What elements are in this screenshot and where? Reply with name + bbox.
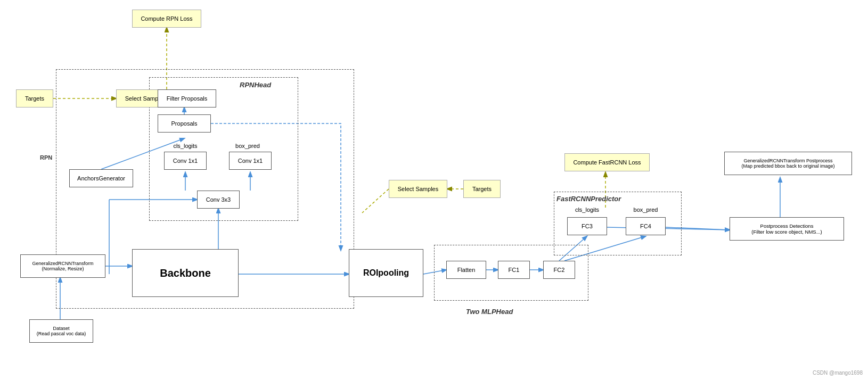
generalizedrcnn-postprocess-box: GeneralizedRCNNTransform Postprocess(Map…	[724, 152, 852, 175]
fc3-box: FC3	[567, 217, 607, 235]
compute-fastrcnn-loss-box: Compute FastRCNN Loss	[564, 153, 650, 171]
backbone-label: Backbone	[160, 267, 211, 279]
watermark: CSDN @mango1698	[813, 370, 863, 376]
diagram-container: RPN RPNHead FastRCNNPredictor Two MLPHea…	[0, 0, 868, 380]
rpnhead-label: RPNHead	[240, 81, 271, 89]
conv1x1-left-box: Conv 1x1	[164, 152, 207, 170]
select-samples-right-box: Select Samples	[389, 180, 447, 198]
targets-right-box: Targets	[463, 180, 501, 198]
cls-logits-right-label: cls_logits	[567, 206, 607, 213]
postprocess-detections-label: Postprocess Detections(Filter low score …	[751, 223, 822, 235]
dataset-box: Dataset(Read pascal voc data)	[29, 319, 93, 343]
postprocess-detections-box: Postprocess Detections(Filter low score …	[730, 217, 844, 241]
targets-left-box: Targets	[16, 89, 53, 108]
select-samples-right-label: Select Samples	[398, 186, 438, 192]
box-pred-left-label: box_pred	[229, 143, 266, 149]
svg-line-19	[362, 189, 389, 213]
generalizedrcnn-transform-label: GeneralizedRCNNTransform(Normalize, Resi…	[32, 261, 93, 271]
proposals-box: Proposals	[158, 114, 211, 133]
anchors-generator-box: AnchorsGenerator	[69, 169, 133, 187]
generalizedrcnn-transform-box: GeneralizedRCNNTransform(Normalize, Resi…	[20, 254, 105, 278]
conv1x1-right-label: Conv 1x1	[238, 158, 263, 164]
conv3x3-box: Conv 3x3	[197, 191, 240, 209]
flatten-box: Flatten	[446, 261, 486, 279]
cls-logits-left-label: cls_logits	[164, 143, 207, 149]
conv1x1-left-label: Conv 1x1	[173, 158, 198, 164]
targets-left-label: Targets	[25, 95, 44, 102]
fc4-box: FC4	[626, 217, 666, 235]
targets-right-label: Targets	[472, 186, 492, 192]
box-pred-right-label: box_pred	[626, 206, 666, 213]
proposals-label: Proposals	[171, 120, 198, 127]
compute-rpn-loss-label: Compute RPN Loss	[141, 15, 192, 22]
backbone-box: Backbone	[132, 249, 239, 297]
rpn-label: RPN	[40, 154, 52, 161]
filter-proposals-box: Filter Proposals	[158, 89, 216, 108]
flatten-label: Flatten	[457, 267, 476, 273]
fc2-label: FC2	[554, 267, 565, 273]
roipooling-box: ROIpooling	[349, 249, 423, 297]
fc3-label: FC3	[582, 223, 593, 229]
generalizedrcnn-postprocess-label: GeneralizedRCNNTransform Postprocess(Map…	[741, 158, 834, 169]
compute-fastrcnn-loss-label: Compute FastRCNN Loss	[573, 159, 641, 166]
fc1-label: FC1	[509, 267, 520, 273]
compute-rpn-loss-box: Compute RPN Loss	[132, 10, 201, 28]
two-mlphead-label: Two MLPHead	[466, 308, 513, 316]
fc4-label: FC4	[640, 223, 651, 229]
roipooling-label: ROIpooling	[363, 268, 409, 278]
conv3x3-label: Conv 3x3	[206, 196, 231, 203]
anchors-generator-label: AnchorsGenerator	[77, 175, 125, 181]
fastrcnn-predictor-label: FastRCNNPredictor	[556, 195, 621, 203]
dataset-label: Dataset(Read pascal voc data)	[37, 326, 86, 336]
fc1-box: FC1	[498, 261, 530, 279]
filter-proposals-label: Filter Proposals	[167, 95, 207, 102]
fc2-box: FC2	[543, 261, 575, 279]
conv1x1-right-box: Conv 1x1	[229, 152, 272, 170]
